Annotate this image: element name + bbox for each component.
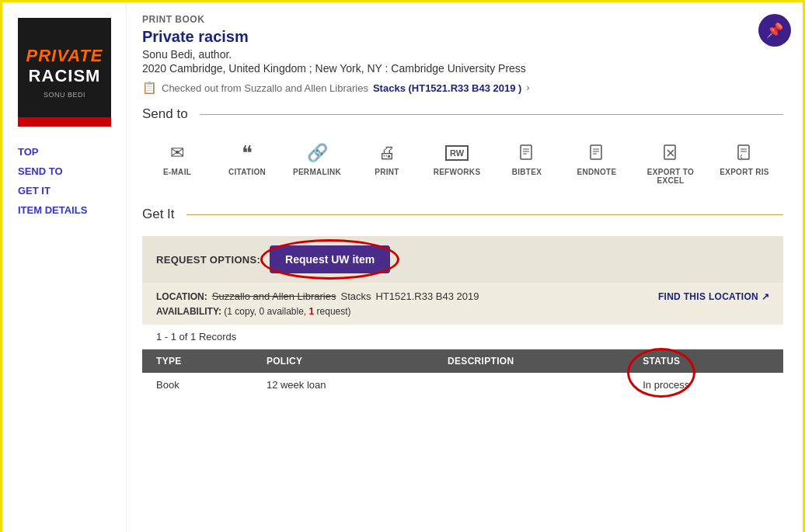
print-icon: 🖨 bbox=[378, 142, 396, 164]
col-policy: POLICY bbox=[253, 349, 434, 373]
sidebar-item-get-it[interactable]: GET IT bbox=[18, 181, 126, 200]
record-author: Sonu Bedi, author. bbox=[142, 48, 783, 61]
svg-rect-0 bbox=[521, 145, 531, 159]
location-library: Suzzallo and Allen Libraries bbox=[212, 290, 336, 302]
avail-suffix: request) bbox=[317, 306, 351, 317]
send-to-print[interactable]: 🖨 PRINT bbox=[352, 136, 422, 191]
sidebar-item-item-details[interactable]: ITEM DETAILS bbox=[18, 200, 126, 220]
export-excel-icon bbox=[662, 142, 679, 164]
send-to-refworks[interactable]: RW REFWORKS bbox=[422, 136, 492, 191]
get-it-title: Get It bbox=[142, 207, 175, 222]
send-to-header: Send to bbox=[142, 106, 783, 122]
permalink-label: PERMALINK bbox=[293, 168, 341, 176]
sidebar-item-send-to[interactable]: SEND TO bbox=[18, 162, 126, 181]
status-col-label: STATUS bbox=[643, 356, 680, 367]
records-count: 1 - 1 of 1 Records bbox=[142, 325, 783, 349]
sidebar-navigation: TOP SEND TO GET IT ITEM DETAILS bbox=[2, 142, 126, 220]
svg-rect-11 bbox=[738, 145, 749, 159]
send-to-divider bbox=[200, 114, 783, 115]
export-excel-label: EXPORT TO EXCEL bbox=[636, 168, 706, 185]
get-it-divider bbox=[186, 214, 783, 215]
availability-line: 📋 Checked out from Suzzallo and Allen Li… bbox=[142, 81, 783, 95]
svg-rect-4 bbox=[591, 145, 601, 159]
refworks-icon: RW bbox=[445, 142, 469, 164]
location-call-number: HT1521.R33 B43 2019 bbox=[376, 290, 479, 302]
table-body: Book 12 week loan In process bbox=[142, 373, 783, 397]
bibtex-icon bbox=[518, 142, 535, 164]
find-location-link[interactable]: FIND THIS LOCATION ↗ bbox=[658, 291, 769, 302]
col-description: DESCRIPTION bbox=[434, 349, 629, 373]
book-cover-title1: PRIVATE bbox=[26, 46, 103, 66]
col-status: STATUS bbox=[629, 349, 783, 373]
book-cover-author: SONU BEDI bbox=[44, 91, 85, 99]
print-label: PRINT bbox=[375, 168, 399, 176]
sidebar-item-top[interactable]: TOP bbox=[18, 142, 126, 162]
send-to-email[interactable]: ✉ E-MAIL bbox=[142, 136, 212, 191]
pin-button[interactable]: 📌 bbox=[758, 14, 791, 47]
avail-label: AVAILABILITY: bbox=[156, 306, 221, 317]
sidebar: PRIVATE RACISM SONU BEDI TOP SEND TO GET… bbox=[2, 2, 127, 532]
availability-row: AVAILABILITY: (1 copy, 0 available, 1 re… bbox=[156, 306, 769, 317]
send-to-citation[interactable]: ❝ CITATION bbox=[212, 136, 282, 191]
book-cover-stripe bbox=[18, 117, 111, 127]
get-it-header: Get It bbox=[142, 207, 783, 222]
request-uw-button[interactable]: Request UW item bbox=[270, 245, 390, 273]
status-th-wrap: STATUS bbox=[643, 356, 680, 367]
email-icon: ✉ bbox=[170, 142, 184, 164]
availability-icon: 📋 bbox=[142, 81, 157, 95]
record-title: Private racism bbox=[142, 28, 783, 46]
refworks-label: REFWORKS bbox=[434, 168, 481, 176]
cell-status: In process bbox=[629, 373, 783, 397]
checked-out-text: Checked out from Suzzallo and Allen Libr… bbox=[162, 82, 368, 94]
cell-policy: 12 week loan bbox=[253, 373, 434, 397]
items-table: TYPE POLICY DESCRIPTION STATUS Book bbox=[142, 349, 783, 397]
send-to-export-ris[interactable]: EXPORT RIS bbox=[709, 136, 779, 191]
export-ris-label: EXPORT RIS bbox=[720, 168, 769, 176]
chevron-icon: › bbox=[526, 82, 529, 93]
email-label: E-MAIL bbox=[163, 168, 191, 176]
send-to-grid: ✉ E-MAIL ❝ CITATION 🔗 PERMALINK 🖨 PRINT bbox=[142, 136, 783, 191]
avail-text: (1 copy, 0 available, bbox=[224, 306, 308, 317]
records-count-text: 1 - 1 of 1 Records bbox=[156, 331, 236, 342]
col-type: TYPE bbox=[142, 349, 253, 373]
send-to-endnote[interactable]: ENDNOTE bbox=[562, 136, 632, 191]
find-location-text: FIND THIS LOCATION bbox=[658, 291, 758, 302]
location-row: Location: Suzzallo and Allen Libraries S… bbox=[156, 290, 769, 302]
record-publication: 2020 Cambridge, United Kingdom ; New Yor… bbox=[142, 62, 783, 75]
table-header: TYPE POLICY DESCRIPTION STATUS bbox=[142, 349, 783, 373]
table-header-row: TYPE POLICY DESCRIPTION STATUS bbox=[142, 349, 783, 373]
send-to-title: Send to bbox=[142, 106, 188, 122]
book-cover: PRIVATE RACISM SONU BEDI bbox=[18, 18, 111, 127]
table-row: Book 12 week loan In process bbox=[142, 373, 783, 397]
citation-icon: ❝ bbox=[242, 142, 253, 164]
request-options-bar: REQUEST OPTIONS: Request UW item bbox=[142, 236, 783, 283]
location-bar: Location: Suzzallo and Allen Libraries S… bbox=[142, 283, 783, 325]
request-label: REQUEST OPTIONS: bbox=[156, 254, 260, 266]
send-to-permalink[interactable]: 🔗 PERMALINK bbox=[282, 136, 352, 191]
call-number: Stacks (HT1521.R33 B43 2019 ) bbox=[373, 82, 522, 94]
send-to-export-excel[interactable]: EXPORT TO EXCEL bbox=[632, 136, 709, 191]
cell-description bbox=[434, 373, 629, 397]
avail-request-num: 1 bbox=[309, 306, 315, 317]
export-ris-icon bbox=[736, 142, 753, 164]
bibtex-label: BIBTEX bbox=[512, 168, 542, 176]
location-stacks: Stacks bbox=[340, 290, 371, 302]
main-content: PRINT BOOK Private racism Sonu Bedi, aut… bbox=[127, 2, 803, 532]
location-label: Location: bbox=[156, 291, 207, 302]
endnote-label: ENDNOTE bbox=[577, 168, 617, 176]
send-to-bibtex[interactable]: BIBTEX bbox=[492, 136, 562, 191]
permalink-icon: 🔗 bbox=[307, 142, 328, 164]
request-btn-wrapper: Request UW item bbox=[270, 245, 390, 273]
book-cover-title2: RACISM bbox=[29, 66, 101, 86]
location-info: Location: Suzzallo and Allen Libraries S… bbox=[156, 290, 479, 302]
record-type: PRINT BOOK bbox=[142, 14, 783, 25]
endnote-icon bbox=[588, 142, 605, 164]
cell-type: Book bbox=[142, 373, 253, 397]
get-it-section: Get It REQUEST OPTIONS: Request UW item … bbox=[142, 207, 783, 397]
citation-label: CITATION bbox=[228, 168, 266, 176]
